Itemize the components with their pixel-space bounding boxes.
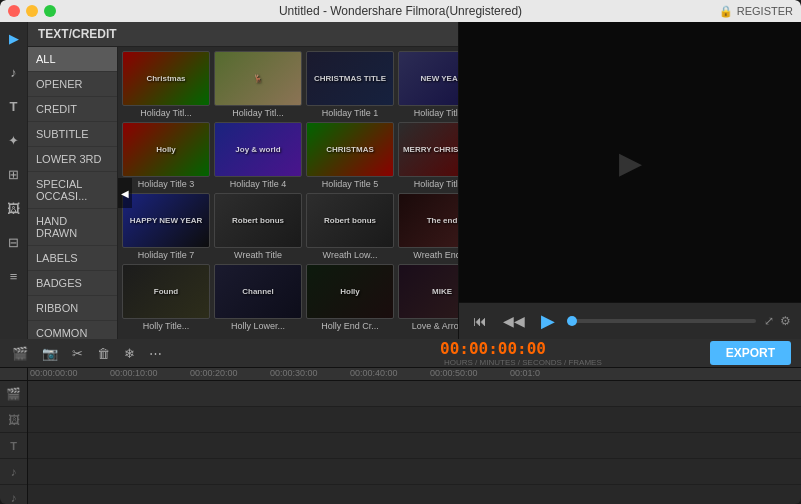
preview-progress-bar[interactable]	[567, 319, 756, 323]
timeline-ruler-row: 00:00:00:0000:00:10:0000:00:20:0000:00:3…	[0, 368, 801, 381]
category-list: ALLOPENERCREDITSUBTITLELOWER 3RDSPECIAL …	[28, 47, 118, 339]
thumbnail-label: Holiday Titl...	[122, 108, 210, 118]
sidebar-item-effects[interactable]: ✦	[4, 130, 24, 150]
preview-screen: ▶	[459, 22, 801, 303]
thumbnail-item[interactable]: HAPPY NEW YEARHoliday Title 7	[122, 193, 210, 260]
thumbnail-label: Holiday Title 4	[214, 179, 302, 189]
traffic-lights	[8, 5, 56, 17]
category-item-credit[interactable]: CREDIT	[28, 97, 117, 122]
category-item-badges[interactable]: BADGES	[28, 271, 117, 296]
thumbnail-label: Wreath End ...	[398, 250, 458, 260]
track-lane-text	[28, 433, 801, 459]
sidebar-item-media[interactable]: ▶	[4, 28, 24, 48]
sidebar-item-captions[interactable]: ≡	[4, 266, 24, 286]
thumbnail-item[interactable]: ChannelHolly Lower...	[214, 264, 302, 331]
preview-pane: ▶ ⏮ ◀◀ ▶ ⤢ ⚙	[458, 22, 801, 339]
media-panel: TEXT/CREDIT ALLOPENERCREDITSUBTITLELOWER…	[28, 22, 458, 339]
category-item-all[interactable]: ALL	[28, 47, 117, 72]
thumbnail-area: ◀ ChristmasHoliday Titl...🦌Holiday Titl.…	[118, 47, 458, 339]
register-area: 🔒 REGISTER	[719, 5, 793, 18]
register-label[interactable]: REGISTER	[737, 5, 793, 17]
thumbnail-item[interactable]: MIKELove & Arrow...	[398, 264, 458, 331]
category-item-subtitle[interactable]: SUBTITLE	[28, 122, 117, 147]
thumbnail-item[interactable]: Robert bonusWreath Title	[214, 193, 302, 260]
category-item-handdrawn[interactable]: HAND DRAWN	[28, 209, 117, 246]
time-display-group: 00:00:00:00 HOURS / MINUTES / SECONDS / …	[440, 339, 702, 367]
track-icon-overlay: 🖼	[0, 407, 27, 433]
timeline-tracks-row: 🎬 🖼 T ♪ ♪	[0, 381, 801, 504]
thumbnail-item[interactable]: The endWreath End ...	[398, 193, 458, 260]
category-item-lower3rd[interactable]: LOWER 3RD	[28, 147, 117, 172]
track-lane-audio1	[28, 459, 801, 485]
track-icon-audio2: ♪	[0, 485, 27, 504]
thumbnail-label: Holiday Title 6	[398, 179, 458, 189]
timeline-freeze-button[interactable]: ❄	[120, 344, 139, 363]
main-track-area	[28, 381, 801, 504]
title-bar: Untitled - Wondershare Filmora(Unregiste…	[0, 0, 801, 22]
close-button[interactable]	[8, 5, 20, 17]
timeline-toolbar-row: 🎬 📷 ✂ 🗑 ❄ ⋯ 00:00:00:00 HOURS / MINUTES …	[0, 339, 801, 368]
panel-body: ALLOPENERCREDITSUBTITLELOWER 3RDSPECIAL …	[28, 47, 458, 339]
thumbnail-item[interactable]: HollyHolly End Cr...	[306, 264, 394, 331]
category-item-ribbon[interactable]: RIBBON	[28, 296, 117, 321]
thumbnail-item[interactable]: CHRISTMASHoliday Title 5	[306, 122, 394, 189]
track-icon-video: 🎬	[0, 381, 27, 407]
settings-icon[interactable]: ⚙	[780, 314, 791, 328]
timeline-delete-button[interactable]: 🗑	[93, 344, 114, 363]
timeline-more-button[interactable]: ⋯	[145, 344, 166, 363]
thumbnail-item[interactable]: FoundHolly Title...	[122, 264, 210, 331]
thumbnail-label: Love & Arrow...	[398, 321, 458, 331]
register-icon: 🔒	[719, 5, 733, 18]
window-title: Untitled - Wondershare Filmora(Unregiste…	[279, 4, 522, 18]
preview-right-icons: ⤢ ⚙	[764, 314, 791, 328]
play-button[interactable]: ▶	[537, 308, 559, 334]
skip-start-button[interactable]: ⏮	[469, 311, 491, 331]
sidebar-item-image[interactable]: 🖼	[4, 198, 24, 218]
nav-arrow-left[interactable]: ◀	[118, 178, 132, 208]
thumbnail-item[interactable]: CHRISTMAS TITLEHoliday Title 1	[306, 51, 394, 118]
timeline-camera-button[interactable]: 📷	[38, 344, 62, 363]
export-button[interactable]: EXPORT	[710, 341, 791, 365]
thumbnail-item[interactable]: HollyHoliday Title 3	[122, 122, 210, 189]
thumbnail-item[interactable]: Joy & worldHoliday Title 4	[214, 122, 302, 189]
fullscreen-icon[interactable]: ⤢	[764, 314, 774, 328]
category-item-common[interactable]: COMMON	[28, 321, 117, 339]
track-lane-video	[28, 381, 801, 407]
timeline-ruler: 00:00:00:0000:00:10:0000:00:20:0000:00:3…	[28, 368, 801, 380]
timeline-info: 00:00:00:00 HOURS / MINUTES / SECONDS / …	[430, 339, 801, 367]
thumbnail-label: Holiday Title 5	[306, 179, 394, 189]
track-icon-audio1: ♪	[0, 459, 27, 485]
minimize-button[interactable]	[26, 5, 38, 17]
timeline-scissors-button[interactable]: ✂	[68, 344, 87, 363]
sidebar-item-music[interactable]: ♪	[4, 62, 24, 82]
ruler-tick: 00:00:20:00	[188, 368, 268, 378]
sidebar-item-transitions[interactable]: ⊞	[4, 164, 24, 184]
preview-empty-icon: ▶	[619, 145, 642, 180]
timeline-media-button[interactable]: 🎬	[8, 344, 32, 363]
thumbnail-label: Holiday Title 1	[306, 108, 394, 118]
track-lane-overlay	[28, 407, 801, 433]
category-item-labels[interactable]: LABELS	[28, 246, 117, 271]
thumbnail-label: Holiday Titl...	[214, 108, 302, 118]
thumbnail-item[interactable]: MERRY CHRISTMASHoliday Title 6	[398, 122, 458, 189]
thumbnail-item[interactable]: Robert bonusWreath Low...	[306, 193, 394, 260]
thumbnail-item[interactable]: NEW YEARHoliday Title 2	[398, 51, 458, 118]
thumbnail-label: Holly End Cr...	[306, 321, 394, 331]
category-item-special[interactable]: SPECIAL OCCASI...	[28, 172, 117, 209]
ruler-tick: 00:00:50:00	[428, 368, 508, 378]
ruler-tick: 00:01:0	[508, 368, 588, 378]
sidebar-item-split[interactable]: ⊟	[4, 232, 24, 252]
thumbnail-item[interactable]: ChristmasHoliday Titl...	[122, 51, 210, 118]
category-item-opener[interactable]: OPENER	[28, 72, 117, 97]
preview-controls: ⏮ ◀◀ ▶ ⤢ ⚙	[459, 303, 801, 339]
ruler-tick: 00:00:40:00	[348, 368, 428, 378]
preview-time-handle	[567, 316, 577, 326]
track-icon-text: T	[0, 433, 27, 459]
thumbnail-item[interactable]: 🦌Holiday Titl...	[214, 51, 302, 118]
timeline-section: 🎬 📷 ✂ 🗑 ❄ ⋯ 00:00:00:00 HOURS / MINUTES …	[0, 339, 801, 504]
thumbnail-label: Holly Title...	[122, 321, 210, 331]
sidebar: ▶ ♪ T ✦ ⊞ 🖼 ⊟ ≡	[0, 22, 28, 339]
maximize-button[interactable]	[44, 5, 56, 17]
sidebar-item-text[interactable]: T	[4, 96, 24, 116]
prev-frame-button[interactable]: ◀◀	[499, 311, 529, 331]
